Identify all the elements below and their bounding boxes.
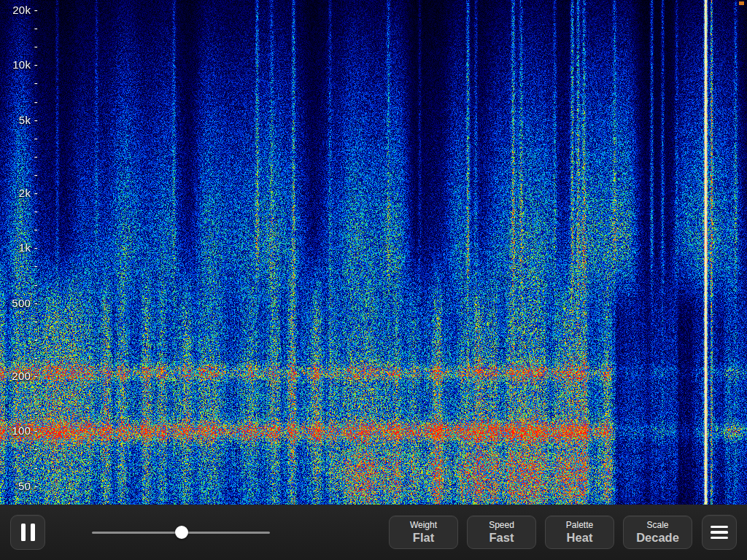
scale-control-value: Decade [636,531,679,544]
speed-control-label: Speed [489,521,514,530]
weight-control[interactable]: Weight Flat [389,516,458,549]
weight-control-value: Flat [413,531,434,544]
toolbar: Weight Flat Speed Fast Palette Heat Scal… [0,505,747,560]
toolbar-slider[interactable] [92,525,270,540]
weight-control-label: Weight [410,521,437,530]
menu-button[interactable] [702,515,737,550]
palette-control[interactable]: Palette Heat [545,516,614,549]
pause-icon [21,524,35,541]
scale-control[interactable]: Scale Decade [623,516,692,549]
palette-control-label: Palette [566,521,593,530]
scale-control-label: Scale [646,521,668,530]
spectrogram-app: 20k ---10k ---5k ----2k ---1k ---500 ---… [0,0,747,560]
display-controls: Weight Flat Speed Fast Palette Heat Scal… [389,516,692,549]
spectrogram-display: 20k ---10k ---5k ----2k ---1k ---500 ---… [0,0,747,505]
speed-control[interactable]: Speed Fast [467,516,536,549]
slider-thumb[interactable] [175,526,188,539]
palette-control-value: Heat [567,531,593,544]
pause-button[interactable] [10,515,45,550]
spectrogram-canvas[interactable] [0,0,747,505]
hamburger-icon [711,526,728,540]
speed-control-value: Fast [489,531,514,544]
